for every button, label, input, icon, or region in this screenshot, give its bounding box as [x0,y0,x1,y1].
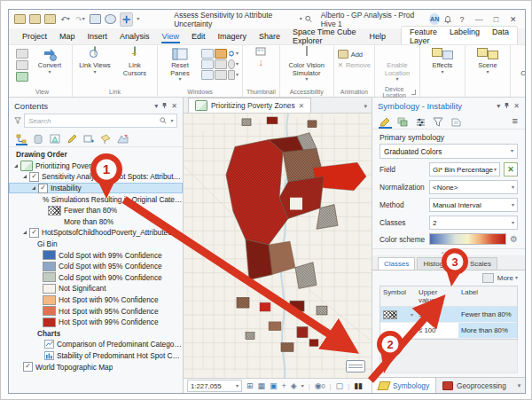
tab-help[interactable]: Help [363,30,392,43]
sync-icon[interactable] [228,50,235,58]
undo-icon[interactable]: ↶▾ [59,14,71,25]
list-by-perspective-icon[interactable] [117,132,129,143]
tab-project[interactable]: Project [16,30,53,43]
explore-tool-button[interactable]: ✛ [120,12,133,27]
layer-checkbox[interactable]: ✓ [38,184,48,193]
pane-options-menu-icon[interactable]: ≡ [512,115,518,126]
tab-analysis[interactable]: Analysis [113,30,156,43]
list-by-labeling-icon[interactable] [100,132,112,143]
class-symbol-swatch[interactable] [383,310,397,319]
tab-histogram[interactable]: Histogram [417,257,461,270]
tab-list-chevron[interactable]: ▾ [359,103,372,113]
class-row-1[interactable]: ▾ ≤ 80 Fewer than 80% [380,307,517,323]
link-views-button[interactable]: Link Views ▾ [76,47,113,75]
tile-panes-icon[interactable] [201,70,214,80]
catalog-pane-icon[interactable] [215,49,227,59]
pane-menu-chevron[interactable]: ▾ [497,104,500,108]
pane-options-icon[interactable] [228,70,235,80]
layer-prioritizing-poverty[interactable]: Prioritizing Poverty [9,161,183,172]
locate-tool-icon[interactable] [105,14,116,25]
pin-pane-icon[interactable] [504,102,510,109]
layer-instability[interactable]: ✓ Instability [9,183,183,194]
magnifier-window-icon[interactable] [228,59,235,69]
show-values-icon[interactable] [482,273,494,283]
tab-classes[interactable]: Classes [378,257,415,270]
basemap-toggle-icon[interactable]: ▣ [270,381,278,390]
avatar[interactable]: AN [429,13,440,25]
layer-checkbox[interactable]: ✓ [23,362,33,372]
expand-icon[interactable] [23,231,27,234]
tab-view[interactable]: View [156,30,185,43]
convert-button[interactable]: Convert ▾ [31,47,68,75]
legend-item-fewer[interactable]: Fewer than 80% [9,205,183,216]
maximize-button[interactable]: □ [489,15,502,24]
legend-item[interactable]: Hot Spot with 90% Confidence [9,294,183,306]
scene-button[interactable]: Scene ▾ [469,47,506,75]
dialog-launcher-icon[interactable] [411,90,416,95]
effects-button[interactable]: Effects ▾ [424,47,461,75]
new-window-icon[interactable] [215,59,227,69]
chart-item-comparison[interactable]: Comparison of Predominant Category with … [9,339,183,350]
tab-share[interactable]: Share [253,30,286,43]
tab-edit[interactable]: Edit [185,30,212,43]
layer-checkbox[interactable]: ✓ [29,172,39,182]
tab-feature-layer[interactable]: Feature Layer [403,27,443,46]
tab-insert[interactable]: Insert [82,30,114,43]
upper-value-cell[interactable]: ≤ 80 [416,307,458,323]
primary-symbology-tab-icon[interactable] [379,115,391,126]
expand-icon[interactable] [23,175,27,178]
tab-imagery[interactable]: Imagery [211,30,253,43]
audio-icon[interactable]: ◈ [291,381,297,390]
notifications-bell-icon[interactable] [444,15,451,24]
scale-input[interactable]: 1:227,055▾ [187,380,242,392]
map-view-tab[interactable]: Prioritizing Poverty Zones ✕ [188,98,311,113]
expression-builder-button[interactable]: ✕ [504,162,518,176]
save-icon[interactable] [14,14,26,25]
labels-tab-icon[interactable] [450,115,462,126]
pane-tab-chevron[interactable]: ▾ [512,382,526,389]
status-chevron[interactable]: ▾ [301,384,304,388]
grid-icon[interactable]: ▦ [258,381,266,390]
layer-sensitivity-group[interactable]: ✓ Sensitivity Analysis of Hot Spots: Att… [9,171,183,183]
minimize-button[interactable]: — [473,15,485,24]
pause-drawing-icon[interactable]: ▮▮ [354,381,363,390]
close-tab-icon[interactable]: ✕ [299,102,305,110]
upper-value-cell[interactable]: ≤ 100 [416,323,458,339]
close-button[interactable]: ✕ [507,15,520,24]
label-cell[interactable]: More than 80% [458,323,517,339]
view-mode-icon[interactable] [16,60,28,70]
map-view-icon[interactable] [16,72,28,82]
contents-search-input[interactable]: Search ▾ [24,114,177,128]
link-cursors-button[interactable]: + Link Cursors [116,47,153,77]
chart-item-stability[interactable]: Stability of Predominant Hot Spot Catego… [9,350,183,362]
enable-location-button[interactable]: Enable Location ▾ [379,47,416,82]
field-select[interactable]: Gi* Bin Percentage▾ [429,162,500,176]
help-button[interactable]: ? [456,15,468,24]
pane-menu-chevron[interactable]: ▾ [154,104,158,108]
qat-customize-chevron[interactable]: ▾ [137,17,139,21]
tab-data[interactable]: Data [486,27,515,46]
pane-tab-geoprocessing[interactable]: Geoprocessing [436,378,512,393]
class-symbol-swatch[interactable] [383,326,397,335]
popup-notification-icon[interactable] [346,360,365,373]
classes-select[interactable]: 2▾ [429,216,518,230]
remove-animation-button[interactable]: ✕Remove [338,61,371,69]
map-canvas[interactable] [184,114,372,378]
close-pane-icon[interactable]: ✕ [513,102,520,110]
label-cell[interactable]: Fewer than 80% [458,307,517,323]
explore-count-icon[interactable]: ◉0 [315,381,325,391]
pin-pane-icon[interactable] [161,102,168,109]
renderer-select[interactable]: Graduated Colors▾ [379,144,518,159]
normalization-select[interactable]: <None>▾ [429,180,518,194]
list-by-snapping-icon[interactable] [83,132,95,143]
float-panes-icon[interactable] [215,70,227,80]
legend-item[interactable]: Cold Spot with 99% Confidence [9,249,183,261]
list-by-data-source-icon[interactable] [33,132,44,143]
view-clipping-button[interactable]: View Clipping ▾ [514,47,526,82]
tab-labeling[interactable]: Labeling [443,27,486,46]
scale-based-symbology-tab-icon[interactable] [433,115,444,126]
layer-checkbox[interactable]: ✓ [29,228,39,238]
map-tool-icon[interactable] [90,14,101,25]
legend-item[interactable]: Not Significant [9,283,183,294]
color-scheme-ramp[interactable] [429,233,506,245]
